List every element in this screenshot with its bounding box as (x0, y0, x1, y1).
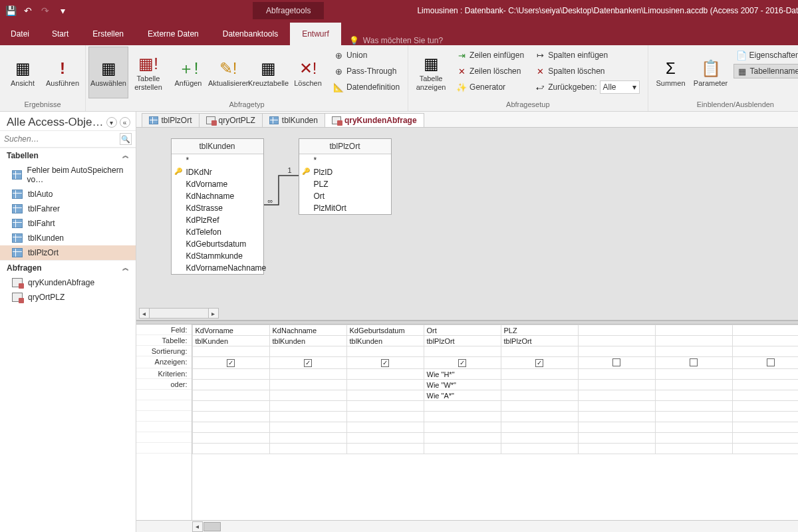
tab-datenbanktools[interactable]: Datenbanktools (211, 23, 290, 45)
qbe-cell[interactable] (732, 369, 798, 380)
qbe-cell[interactable] (501, 433, 578, 444)
qbe-cell[interactable]: tblKunden (269, 336, 346, 346)
tab-entwurf[interactable]: Entwurf (290, 23, 341, 45)
field-item[interactable]: KdNachname (172, 190, 263, 202)
nav-item[interactable]: tblPlzOrt (0, 245, 136, 260)
qbe-grid[interactable]: Feld: Tabelle: Sortierung: Anzeigen: Kri… (136, 325, 799, 520)
nav-search[interactable]: 🔍 (0, 131, 136, 148)
qbe-cell[interactable]: KdNachname (269, 325, 346, 336)
qbe-cell[interactable] (578, 401, 655, 412)
qbe-cell[interactable] (346, 346, 424, 357)
qbe-cell[interactable] (732, 390, 798, 401)
qbe-cell[interactable] (501, 380, 578, 390)
show-checkbox[interactable] (690, 358, 698, 366)
field-item[interactable]: KdTelefon (172, 226, 263, 238)
show-checkbox[interactable]: ✓ (227, 359, 235, 367)
datendefinition-button[interactable]: 📐Datendefinition (331, 80, 402, 94)
qbe-cell[interactable] (501, 369, 578, 380)
nav-item[interactable]: tblKunden (0, 231, 136, 245)
qbe-cell[interactable]: ✓ (501, 357, 578, 369)
nav-item[interactable]: Fehler beim AutoSpeichern vo… (0, 163, 136, 187)
nav-group-header[interactable]: Tabellen︽ (0, 148, 136, 163)
nav-item[interactable]: tblFahrer (0, 201, 136, 216)
qbe-cell[interactable] (655, 390, 732, 401)
qbe-cell[interactable] (732, 336, 798, 346)
qbe-cell[interactable] (192, 401, 269, 412)
qbe-cell[interactable] (655, 401, 732, 412)
tabellennamen-button[interactable]: ▦Tabellennamen (733, 64, 798, 78)
qbe-cell[interactable] (346, 380, 424, 390)
qbe-cell[interactable] (424, 346, 501, 357)
qbe-cell[interactable]: Wie "W*" (424, 380, 501, 390)
nav-header[interactable]: Alle Access-Obje… ▾ « (0, 112, 136, 131)
qbe-cell[interactable] (192, 369, 269, 380)
passthrough-button[interactable]: ⊕Pass-Through (331, 64, 402, 78)
field-item[interactable]: KdStammkunde (172, 250, 263, 262)
tabelle-erstellen-button[interactable]: ▦!Tabelle erstellen (128, 47, 168, 98)
qbe-cell[interactable] (732, 380, 798, 390)
qbe-cell[interactable] (346, 433, 424, 444)
qbe-cell[interactable] (269, 369, 346, 380)
scroll-track[interactable] (150, 308, 208, 319)
tell-me-search[interactable]: 💡 (341, 36, 504, 45)
nav-item[interactable]: tblAuto (0, 187, 136, 201)
qbe-cell[interactable] (732, 401, 798, 412)
qbe-cell[interactable] (424, 422, 501, 433)
qbe-cell[interactable]: PLZ (501, 325, 578, 336)
qbe-cell[interactable] (501, 390, 578, 401)
generator-button[interactable]: ✨Generator (454, 80, 527, 94)
field-item[interactable]: KdGeburtsdatum (172, 238, 263, 250)
document-tab[interactable]: qryKundenAbfrage (325, 113, 424, 127)
search-icon[interactable]: 🔍 (120, 133, 132, 145)
document-tab[interactable]: tblKunden (262, 113, 325, 127)
zeilen-einfuegen-button[interactable]: ⇥Zeilen einfügen (454, 48, 527, 63)
table-box-tblkunden[interactable]: tblKunden*IDKdNrKdVornameKdNachnameKdStr… (171, 138, 264, 275)
field-item[interactable]: KdPlzRef (172, 214, 263, 226)
anfuegen-button[interactable]: ＋!Anfügen (168, 47, 208, 98)
qbe-cell[interactable] (192, 380, 269, 390)
field-item[interactable]: PLZ (299, 178, 391, 190)
qbe-cell[interactable] (732, 422, 798, 433)
field-item[interactable]: PlzMitOrt (299, 202, 391, 214)
qbe-cell[interactable] (192, 412, 269, 422)
zurueckgeben-control[interactable]: ⮐Zurückgeben: Alle▾ (532, 80, 642, 94)
nav-item[interactable]: qryOrtPLZ (0, 290, 136, 305)
qbe-cell[interactable] (346, 412, 424, 422)
qbe-cell[interactable] (269, 412, 346, 422)
qbe-cell[interactable]: ✓ (192, 357, 269, 369)
qbe-cell[interactable] (578, 444, 655, 454)
zeilen-loeschen-button[interactable]: ✕Zeilen löschen (454, 64, 527, 78)
qbe-cell[interactable] (578, 390, 655, 401)
qat-customize-button[interactable]: ▾ (56, 4, 69, 17)
qbe-cell[interactable] (655, 412, 732, 422)
qbe-cell[interactable] (424, 433, 501, 444)
scroll-right-icon[interactable]: ▸ (208, 308, 219, 319)
qbe-cell[interactable] (501, 412, 578, 422)
ansicht-button[interactable]: ▦ Ansicht (3, 47, 43, 98)
qbe-cell[interactable] (346, 444, 424, 454)
redo-button[interactable]: ↷ (39, 4, 52, 17)
qbe-cell[interactable] (578, 336, 655, 346)
qbe-cell[interactable] (578, 412, 655, 422)
show-checkbox[interactable] (612, 358, 620, 366)
qbe-cell[interactable] (732, 433, 798, 444)
tabelle-anzeigen-button[interactable]: ▦Tabelle anzeigen (411, 47, 451, 98)
parameter-button[interactable]: 📋Parameter (691, 47, 731, 98)
design-hscroll[interactable]: ◂ ▸ (139, 308, 219, 319)
show-checkbox[interactable]: ✓ (381, 359, 389, 367)
qbe-cell[interactable] (578, 433, 655, 444)
qbe-cell[interactable] (655, 357, 732, 369)
qbe-table[interactable]: KdVornameKdNachnameKdGeburtsdatumOrtPLZt… (192, 325, 799, 454)
qbe-cell[interactable]: ✓ (269, 357, 346, 369)
zurueckgeben-select[interactable]: Alle▾ (600, 80, 640, 94)
qbe-cell[interactable] (655, 444, 732, 454)
table-box-header[interactable]: tblPlzOrt (299, 139, 391, 154)
auswaehlen-button[interactable]: ▦Auswählen (88, 47, 128, 98)
qbe-cell[interactable]: KdVorname (192, 325, 269, 336)
scroll-left-icon[interactable]: ◂ (192, 521, 203, 532)
field-item[interactable]: * (172, 154, 263, 166)
field-item[interactable]: KdVornameNachname (172, 262, 263, 274)
qbe-cell[interactable] (424, 444, 501, 454)
field-item[interactable]: Ort (299, 190, 391, 202)
qbe-cell[interactable] (655, 380, 732, 390)
